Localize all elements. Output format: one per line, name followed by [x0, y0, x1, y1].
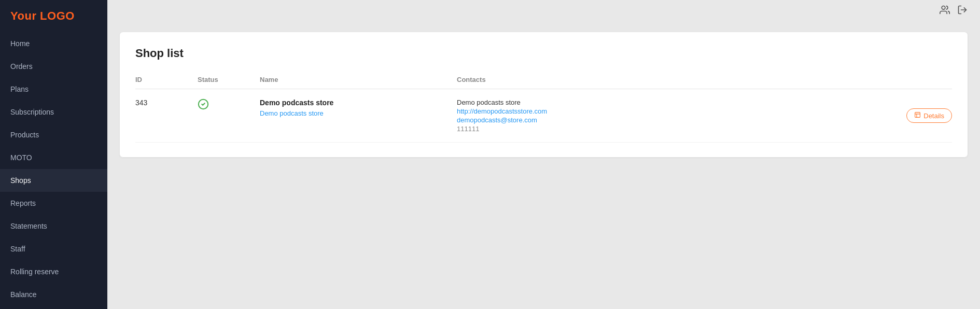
col-header-contacts: Contacts: [457, 73, 890, 89]
shop-action-cell: Details: [890, 89, 952, 143]
shop-name-cell: Demo podcasts store Demo podcasts store: [260, 89, 457, 143]
main-content: Shop list ID Status Name Contacts 343: [107, 0, 980, 309]
contact-name: Demo podcasts store: [457, 99, 890, 106]
contacts-block: Demo podcasts store http://demopodcastss…: [457, 99, 890, 133]
page-title: Shop list: [135, 47, 952, 60]
sidebar-item-reports[interactable]: Reports: [0, 192, 107, 215]
sidebar-item-products[interactable]: Products: [0, 123, 107, 146]
shop-contacts-cell: Demo podcasts store http://demopodcastss…: [457, 89, 890, 143]
contact-email[interactable]: demopodcasts@store.com: [457, 116, 890, 124]
shop-list-card: Shop list ID Status Name Contacts 343: [120, 32, 968, 157]
sidebar-item-balance[interactable]: Balance: [0, 283, 107, 306]
details-label: Details: [923, 112, 944, 120]
sidebar-item-plans[interactable]: Plans: [0, 78, 107, 101]
sidebar-item-staff[interactable]: Staff: [0, 237, 107, 260]
sidebar-item-home[interactable]: Home: [0, 32, 107, 55]
contact-url[interactable]: http://demopodcastsstore.com: [457, 107, 890, 115]
col-header-id: ID: [135, 73, 198, 89]
shop-name-link[interactable]: Demo podcasts store: [260, 109, 324, 117]
sidebar-item-subscriptions[interactable]: Subscriptions: [0, 101, 107, 123]
col-header-name: Name: [260, 73, 457, 89]
svg-rect-3: [915, 113, 920, 118]
table-row: 343 Demo podcasts store Demo po: [135, 89, 952, 143]
svg-point-0: [942, 6, 945, 9]
shop-name-main: Demo podcasts store: [260, 99, 457, 107]
sidebar-item-rolling-reserve[interactable]: Rolling reserve: [0, 260, 107, 283]
page-content: Shop list ID Status Name Contacts 343: [107, 22, 980, 309]
sidebar-item-shops[interactable]: Shops: [0, 169, 107, 192]
col-header-status: Status: [198, 73, 260, 89]
topbar: [107, 0, 980, 22]
shop-table: ID Status Name Contacts 343: [135, 73, 952, 143]
details-button[interactable]: Details: [906, 108, 952, 123]
logo: Your LOGO: [0, 0, 107, 32]
shop-status: [198, 89, 260, 143]
sidebar-item-moto[interactable]: MOTO: [0, 146, 107, 169]
shop-id: 343: [135, 89, 198, 143]
details-icon: [914, 111, 921, 120]
sidebar: Your LOGO Home Orders Plans Subscription…: [0, 0, 107, 309]
sidebar-item-orders[interactable]: Orders: [0, 55, 107, 78]
logout-icon[interactable]: [957, 5, 968, 18]
status-active-icon: [198, 99, 209, 110]
contact-phone: 111111: [457, 125, 890, 133]
sidebar-item-statements[interactable]: Statements: [0, 215, 107, 237]
sidebar-nav: Home Orders Plans Subscriptions Products…: [0, 32, 107, 309]
user-management-icon[interactable]: [940, 5, 950, 18]
col-header-action: [890, 73, 952, 89]
